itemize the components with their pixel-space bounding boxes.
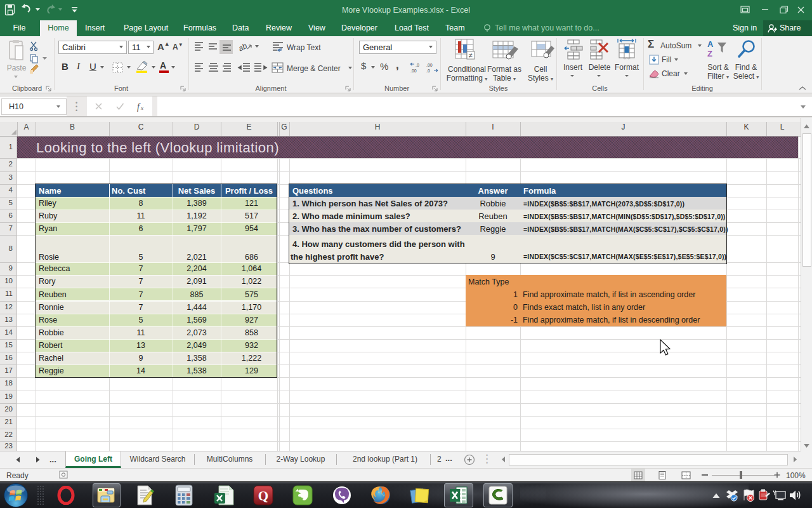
svg-text:.0: .0 <box>426 69 430 73</box>
svg-text:≠: ≠ <box>469 51 473 59</box>
svg-text:ab: ab <box>239 41 249 53</box>
svg-text:.0: .0 <box>416 63 419 67</box>
svg-text:.00: .00 <box>410 69 417 73</box>
svg-text:Z: Z <box>707 49 712 58</box>
svg-text:Q: Q <box>258 488 268 504</box>
svg-text:.00: .00 <box>426 63 433 67</box>
svg-text:x: x <box>140 105 143 111</box>
svg-text:A: A <box>707 39 714 49</box>
